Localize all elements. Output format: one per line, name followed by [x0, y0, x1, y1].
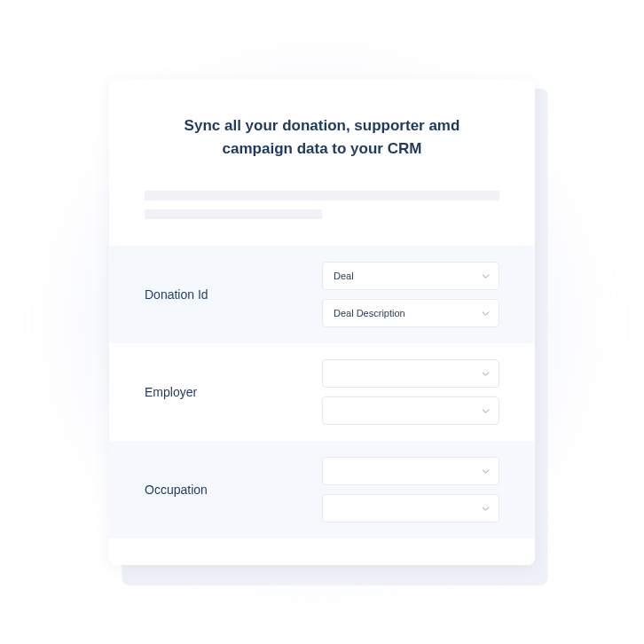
chevron-down-icon [481, 369, 490, 378]
mapping-row-employer: Employer [109, 343, 535, 441]
select-object[interactable] [322, 457, 499, 485]
chevron-down-icon [481, 309, 490, 318]
placeholder-bar [145, 209, 322, 219]
select-value: Deal Description [334, 308, 405, 318]
select-field[interactable]: Deal Description [322, 299, 499, 327]
card-title: Sync all your donation, supporter amd ca… [109, 114, 535, 160]
mapping-row-occupation: Occupation [109, 441, 535, 538]
placeholder-section [109, 191, 535, 219]
select-field[interactable] [322, 494, 499, 522]
field-label: Employer [145, 385, 304, 399]
field-label: Donation Id [145, 287, 304, 302]
select-field[interactable] [322, 397, 499, 425]
sync-card: Sync all your donation, supporter amd ca… [109, 79, 535, 565]
selects-column: Deal Deal Description [322, 262, 499, 327]
chevron-down-icon [481, 504, 490, 513]
selects-column [322, 359, 499, 425]
selects-column [322, 457, 499, 522]
select-object[interactable] [322, 359, 499, 388]
chevron-down-icon [481, 271, 490, 280]
field-label: Occupation [145, 483, 304, 497]
chevron-down-icon [481, 467, 490, 475]
select-value: Deal [334, 271, 354, 281]
chevron-down-icon [481, 406, 490, 415]
placeholder-bar [145, 191, 499, 200]
mapping-row-donation-id: Donation Id Deal Deal Description [109, 246, 535, 343]
select-object[interactable]: Deal [322, 262, 499, 290]
